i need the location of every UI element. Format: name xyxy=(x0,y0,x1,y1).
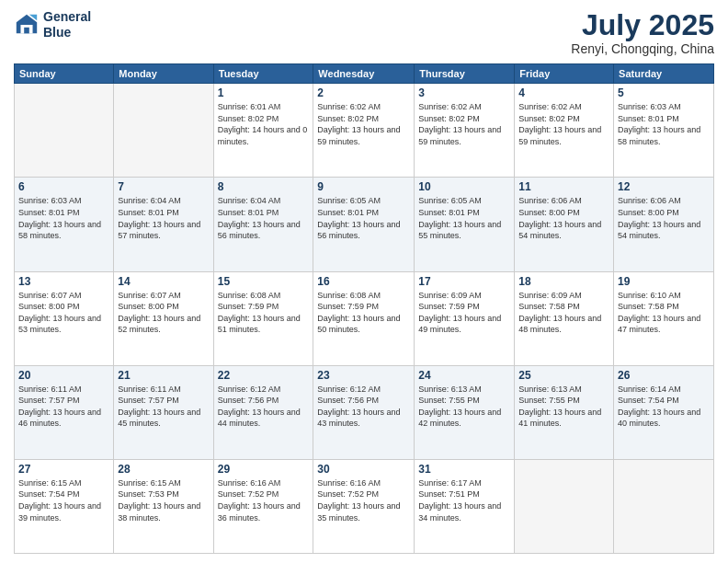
calendar-cell xyxy=(614,459,714,553)
day-number: 14 xyxy=(118,275,209,288)
day-number: 24 xyxy=(418,369,510,382)
day-info: Sunrise: 6:09 AMSunset: 7:59 PMDaylight:… xyxy=(418,290,510,336)
day-number: 23 xyxy=(317,369,410,382)
calendar-table: SundayMondayTuesdayWednesdayThursdayFrid… xyxy=(14,63,714,554)
calendar-cell: 22Sunrise: 6:12 AMSunset: 7:56 PMDayligh… xyxy=(213,365,313,459)
calendar-cell: 6Sunrise: 6:03 AMSunset: 8:01 PMDaylight… xyxy=(15,178,114,271)
calendar-cell: 3Sunrise: 6:02 AMSunset: 8:02 PMDaylight… xyxy=(415,84,515,178)
calendar-cell xyxy=(515,459,614,553)
logo-icon xyxy=(14,12,40,38)
week-row-2: 6Sunrise: 6:03 AMSunset: 8:01 PMDaylight… xyxy=(15,178,714,271)
svg-rect-3 xyxy=(24,28,29,34)
day-info: Sunrise: 6:01 AMSunset: 8:02 PMDaylight:… xyxy=(218,101,310,147)
day-number: 31 xyxy=(418,463,510,476)
calendar-cell: 13Sunrise: 6:07 AMSunset: 8:00 PMDayligh… xyxy=(15,271,114,365)
calendar-cell: 30Sunrise: 6:16 AMSunset: 7:52 PMDayligh… xyxy=(313,459,415,553)
calendar-cell: 18Sunrise: 6:09 AMSunset: 7:58 PMDayligh… xyxy=(515,271,614,365)
week-row-4: 20Sunrise: 6:11 AMSunset: 7:57 PMDayligh… xyxy=(15,365,714,459)
day-info: Sunrise: 6:10 AMSunset: 7:58 PMDaylight:… xyxy=(618,290,710,336)
weekday-saturday: Saturday xyxy=(614,64,714,84)
logo: General Blue xyxy=(14,9,91,40)
day-number: 25 xyxy=(518,369,609,382)
day-number: 27 xyxy=(18,463,109,476)
day-number: 9 xyxy=(317,180,410,193)
day-info: Sunrise: 6:13 AMSunset: 7:55 PMDaylight:… xyxy=(518,384,609,430)
day-number: 28 xyxy=(118,463,209,476)
day-info: Sunrise: 6:15 AMSunset: 7:53 PMDaylight:… xyxy=(118,477,209,523)
day-number: 21 xyxy=(118,369,209,382)
day-info: Sunrise: 6:04 AMSunset: 8:01 PMDaylight:… xyxy=(218,195,310,241)
day-info: Sunrise: 6:06 AMSunset: 8:00 PMDaylight:… xyxy=(518,195,609,241)
weekday-friday: Friday xyxy=(515,64,614,84)
calendar-cell xyxy=(15,84,114,178)
day-info: Sunrise: 6:05 AMSunset: 8:01 PMDaylight:… xyxy=(317,195,410,241)
calendar-cell: 20Sunrise: 6:11 AMSunset: 7:57 PMDayligh… xyxy=(15,365,114,459)
day-info: Sunrise: 6:16 AMSunset: 7:52 PMDaylight:… xyxy=(317,477,410,523)
calendar-cell: 27Sunrise: 6:15 AMSunset: 7:54 PMDayligh… xyxy=(15,459,114,553)
weekday-sunday: Sunday xyxy=(15,64,114,84)
calendar-cell xyxy=(114,84,213,178)
day-number: 18 xyxy=(518,275,609,288)
day-info: Sunrise: 6:11 AMSunset: 7:57 PMDaylight:… xyxy=(118,384,209,430)
week-row-3: 13Sunrise: 6:07 AMSunset: 8:00 PMDayligh… xyxy=(15,271,714,365)
day-number: 10 xyxy=(418,180,510,193)
page: General Blue July 2025 Renyi, Chongqing,… xyxy=(0,0,728,563)
day-info: Sunrise: 6:07 AMSunset: 8:00 PMDaylight:… xyxy=(118,290,209,336)
day-number: 20 xyxy=(18,369,109,382)
day-number: 11 xyxy=(518,180,609,193)
day-number: 2 xyxy=(317,86,410,99)
location: Renyi, Chongqing, China xyxy=(571,41,714,56)
calendar-cell: 21Sunrise: 6:11 AMSunset: 7:57 PMDayligh… xyxy=(114,365,213,459)
calendar-cell: 17Sunrise: 6:09 AMSunset: 7:59 PMDayligh… xyxy=(415,271,515,365)
day-info: Sunrise: 6:05 AMSunset: 8:01 PMDaylight:… xyxy=(418,195,510,241)
day-info: Sunrise: 6:11 AMSunset: 7:57 PMDaylight:… xyxy=(18,384,109,430)
weekday-monday: Monday xyxy=(114,64,213,84)
day-info: Sunrise: 6:08 AMSunset: 7:59 PMDaylight:… xyxy=(317,290,410,336)
calendar-cell: 29Sunrise: 6:16 AMSunset: 7:52 PMDayligh… xyxy=(213,459,313,553)
calendar-cell: 28Sunrise: 6:15 AMSunset: 7:53 PMDayligh… xyxy=(114,459,213,553)
calendar-cell: 24Sunrise: 6:13 AMSunset: 7:55 PMDayligh… xyxy=(415,365,515,459)
month-title: July 2025 xyxy=(571,9,714,41)
day-number: 15 xyxy=(218,275,310,288)
day-number: 16 xyxy=(317,275,410,288)
calendar-cell: 26Sunrise: 6:14 AMSunset: 7:54 PMDayligh… xyxy=(614,365,714,459)
day-info: Sunrise: 6:13 AMSunset: 7:55 PMDaylight:… xyxy=(418,384,510,430)
header: General Blue July 2025 Renyi, Chongqing,… xyxy=(14,9,714,56)
day-number: 12 xyxy=(618,180,710,193)
day-number: 1 xyxy=(218,86,310,99)
weekday-thursday: Thursday xyxy=(415,64,515,84)
day-info: Sunrise: 6:15 AMSunset: 7:54 PMDaylight:… xyxy=(18,477,109,523)
calendar-cell: 19Sunrise: 6:10 AMSunset: 7:58 PMDayligh… xyxy=(614,271,714,365)
day-info: Sunrise: 6:08 AMSunset: 7:59 PMDaylight:… xyxy=(218,290,310,336)
calendar-cell: 25Sunrise: 6:13 AMSunset: 7:55 PMDayligh… xyxy=(515,365,614,459)
day-number: 8 xyxy=(218,180,310,193)
calendar-cell: 11Sunrise: 6:06 AMSunset: 8:00 PMDayligh… xyxy=(515,178,614,271)
title-block: July 2025 Renyi, Chongqing, China xyxy=(571,9,714,56)
day-number: 4 xyxy=(518,86,609,99)
calendar-cell: 7Sunrise: 6:04 AMSunset: 8:01 PMDaylight… xyxy=(114,178,213,271)
calendar-cell: 16Sunrise: 6:08 AMSunset: 7:59 PMDayligh… xyxy=(313,271,415,365)
day-number: 13 xyxy=(18,275,109,288)
calendar-cell: 8Sunrise: 6:04 AMSunset: 8:01 PMDaylight… xyxy=(213,178,313,271)
day-info: Sunrise: 6:12 AMSunset: 7:56 PMDaylight:… xyxy=(218,384,310,430)
day-info: Sunrise: 6:02 AMSunset: 8:02 PMDaylight:… xyxy=(418,101,510,147)
week-row-1: 1Sunrise: 6:01 AMSunset: 8:02 PMDaylight… xyxy=(15,84,714,178)
weekday-wednesday: Wednesday xyxy=(313,64,415,84)
calendar-cell: 10Sunrise: 6:05 AMSunset: 8:01 PMDayligh… xyxy=(415,178,515,271)
day-info: Sunrise: 6:02 AMSunset: 8:02 PMDaylight:… xyxy=(317,101,410,147)
day-number: 22 xyxy=(218,369,310,382)
calendar-cell: 15Sunrise: 6:08 AMSunset: 7:59 PMDayligh… xyxy=(213,271,313,365)
day-number: 19 xyxy=(618,275,710,288)
day-info: Sunrise: 6:04 AMSunset: 8:01 PMDaylight:… xyxy=(118,195,209,241)
day-info: Sunrise: 6:12 AMSunset: 7:56 PMDaylight:… xyxy=(317,384,410,430)
day-info: Sunrise: 6:16 AMSunset: 7:52 PMDaylight:… xyxy=(218,477,310,523)
calendar-cell: 12Sunrise: 6:06 AMSunset: 8:00 PMDayligh… xyxy=(614,178,714,271)
calendar-cell: 23Sunrise: 6:12 AMSunset: 7:56 PMDayligh… xyxy=(313,365,415,459)
day-number: 7 xyxy=(118,180,209,193)
weekday-header-row: SundayMondayTuesdayWednesdayThursdayFrid… xyxy=(15,64,714,84)
day-number: 6 xyxy=(18,180,109,193)
day-info: Sunrise: 6:07 AMSunset: 8:00 PMDaylight:… xyxy=(18,290,109,336)
day-number: 5 xyxy=(618,86,710,99)
day-number: 17 xyxy=(418,275,510,288)
day-info: Sunrise: 6:02 AMSunset: 8:02 PMDaylight:… xyxy=(518,101,609,147)
